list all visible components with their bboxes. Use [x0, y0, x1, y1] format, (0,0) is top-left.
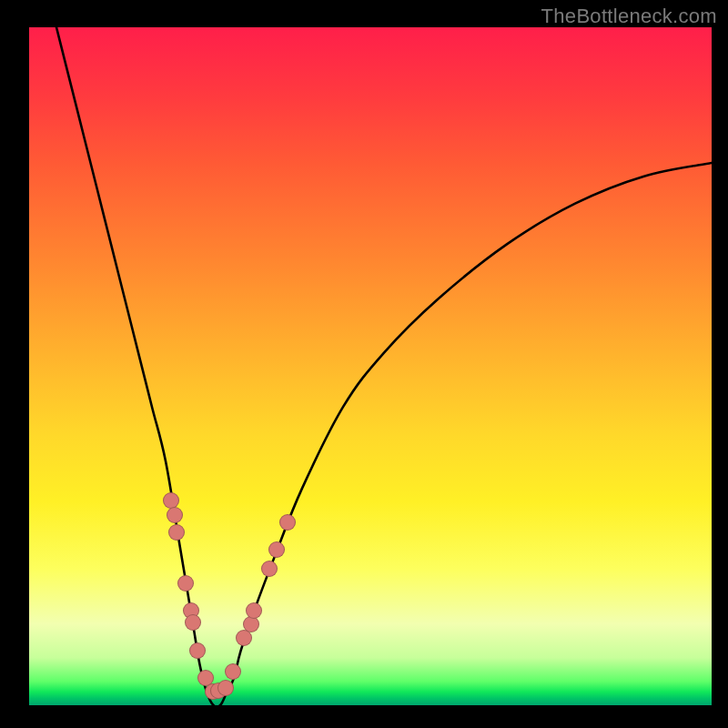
data-point: [261, 561, 278, 577]
data-point: [185, 614, 201, 631]
data-point: [279, 514, 296, 531]
data-point: [246, 602, 262, 619]
data-point: [177, 575, 194, 592]
data-point: [189, 642, 206, 659]
data-point: [168, 524, 185, 541]
data-point: [163, 492, 179, 509]
plot-area: [29, 27, 712, 705]
data-point: [268, 541, 285, 558]
chart-canvas: TheBottleneck.com: [0, 0, 728, 728]
data-point: [217, 680, 234, 696]
bottleneck-curve: [56, 27, 712, 705]
curve-svg: [29, 27, 712, 705]
data-point: [225, 663, 241, 680]
watermark-text: TheBottleneck.com: [541, 5, 717, 28]
data-point: [167, 507, 183, 523]
